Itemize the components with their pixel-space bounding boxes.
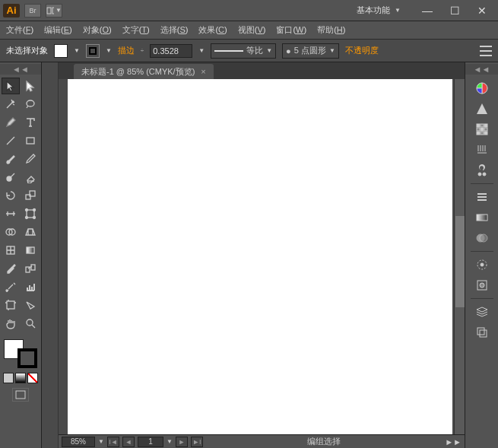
svg-rect-17	[31, 265, 35, 270]
fill-swatch[interactable]	[54, 44, 68, 58]
tool-width[interactable]	[2, 205, 20, 222]
tool-slice[interactable]	[21, 297, 40, 313]
tool-zoom[interactable]	[21, 315, 40, 332]
tool-rotate[interactable]	[2, 187, 20, 204]
chevron-down-icon: ▼	[395, 7, 401, 14]
panel-layers-icon[interactable]	[471, 302, 493, 322]
document-tab-label: 未标题-1 @ 85% (CMYK/预览)	[81, 66, 195, 78]
tool-gradient[interactable]	[21, 242, 40, 259]
artboard-number-input[interactable]: 1	[138, 437, 163, 447]
menu-help[interactable]: 帮助(H)	[317, 24, 345, 36]
tool-pencil[interactable]	[21, 151, 40, 167]
panel-symbols-icon[interactable]	[471, 160, 493, 180]
tool-scale[interactable]	[21, 187, 40, 204]
tool-shape-builder[interactable]	[2, 224, 20, 240]
tool-pen[interactable]	[2, 114, 20, 131]
panel-appearance-icon[interactable]	[471, 255, 493, 275]
vertical-scrollbar[interactable]	[454, 79, 465, 434]
menu-select[interactable]: 选择(S)	[160, 24, 189, 36]
collapse-tools-icon[interactable]: ◄◄	[0, 64, 41, 75]
tool-free-transform[interactable]	[21, 205, 40, 222]
tool-type[interactable]	[21, 114, 40, 131]
expand-panels-icon[interactable]: ◄◄	[465, 64, 498, 75]
tool-blend[interactable]	[21, 260, 40, 277]
svg-rect-1	[52, 8, 54, 14]
artboard[interactable]	[68, 79, 452, 434]
workspace-switcher[interactable]: 基本功能	[357, 5, 390, 16]
svg-rect-19	[7, 301, 14, 309]
status-menu-icon[interactable]: ►►	[445, 437, 462, 446]
brush-dropdown[interactable]: ●5 点圆形▼	[282, 43, 339, 59]
stroke-swatch[interactable]	[86, 44, 100, 58]
svg-point-32	[478, 173, 481, 176]
close-button[interactable]: ✕	[469, 3, 495, 18]
tool-selection[interactable]	[2, 78, 20, 94]
svg-rect-28	[484, 128, 487, 131]
tool-artboard[interactable]	[2, 297, 20, 313]
close-tab-icon[interactable]: ×	[201, 67, 205, 76]
tool-perspective[interactable]	[21, 224, 40, 240]
document-tab[interactable]: 未标题-1 @ 85% (CMYK/预览) ×	[74, 64, 214, 79]
maximize-button[interactable]: ☐	[442, 3, 468, 18]
menu-window[interactable]: 窗口(W)	[276, 24, 306, 36]
canvas-area	[59, 79, 465, 434]
next-artboard-button[interactable]: ►	[176, 437, 188, 447]
menu-edit[interactable]: 编辑(E)	[44, 24, 72, 36]
svg-point-18	[6, 290, 8, 291]
arrange-icon[interactable]: ▼	[46, 4, 62, 17]
color-mode-gradient[interactable]	[15, 373, 26, 383]
opacity-label[interactable]: 不透明度	[345, 45, 379, 56]
tool-blob-brush[interactable]	[2, 169, 20, 186]
tool-line[interactable]	[2, 132, 20, 149]
panel-brushes-icon[interactable]	[471, 140, 493, 160]
tool-eraser[interactable]	[21, 169, 40, 186]
last-artboard-button[interactable]: ►I	[191, 437, 203, 447]
fill-stroke-control[interactable]	[4, 339, 37, 368]
panel-gradient-panel-icon[interactable]	[471, 208, 493, 227]
tool-hand[interactable]	[2, 315, 20, 332]
tool-eyedropper[interactable]	[2, 260, 20, 277]
svg-rect-0	[47, 8, 51, 14]
screen-mode-button[interactable]	[12, 388, 29, 402]
bridge-icon[interactable]: Br	[24, 4, 41, 17]
menu-object[interactable]: 对象(O)	[83, 24, 112, 36]
stroke-weight-input[interactable]: 0.3528	[150, 44, 192, 58]
stroke-color[interactable]	[17, 348, 37, 368]
tool-direct-selection[interactable]	[21, 78, 40, 94]
panel-menu-icon[interactable]	[480, 46, 492, 56]
tool-graph[interactable]	[21, 278, 40, 295]
tool-lasso[interactable]	[21, 96, 40, 113]
panel-color-icon[interactable]	[471, 78, 493, 98]
menu-effect[interactable]: 效果(C)	[198, 24, 227, 36]
menu-type[interactable]: 文字(T)	[122, 24, 150, 36]
prev-artboard-button[interactable]: ◄	[122, 437, 135, 447]
svg-point-38	[481, 263, 484, 266]
svg-rect-29	[477, 132, 480, 135]
color-mode-none[interactable]	[27, 373, 38, 383]
stroke-label[interactable]: 描边	[118, 45, 135, 56]
panel-artboards-icon[interactable]	[471, 322, 493, 342]
tool-mesh[interactable]	[2, 242, 20, 259]
tool-rectangle[interactable]	[21, 132, 40, 149]
svg-rect-30	[481, 132, 484, 135]
svg-rect-41	[477, 328, 484, 335]
color-mode-normal[interactable]	[3, 373, 14, 383]
panel-swatches-icon[interactable]	[471, 119, 493, 139]
minimize-button[interactable]: —	[414, 3, 440, 18]
svg-point-40	[480, 283, 484, 288]
panel-stroke-icon[interactable]	[471, 187, 493, 207]
svg-rect-26	[477, 128, 480, 131]
selection-status: 未选择对象	[6, 45, 48, 56]
tool-symbol-sprayer[interactable]	[2, 278, 20, 295]
panel-graphic-styles-icon[interactable]	[471, 275, 493, 295]
tool-magic-wand[interactable]	[2, 96, 20, 113]
panel-color-guide-icon[interactable]	[471, 99, 493, 119]
profile-dropdown[interactable]: 等比▼	[211, 43, 276, 59]
menu-view[interactable]: 视图(V)	[238, 24, 266, 36]
first-artboard-button[interactable]: I◄	[107, 437, 119, 447]
panel-transparency-icon[interactable]	[471, 228, 493, 248]
menu-file[interactable]: 文件(F)	[6, 24, 33, 36]
tool-paintbrush[interactable]	[2, 151, 20, 167]
scrollbar-thumb[interactable]	[455, 216, 465, 307]
zoom-input[interactable]: 85%	[62, 437, 95, 447]
